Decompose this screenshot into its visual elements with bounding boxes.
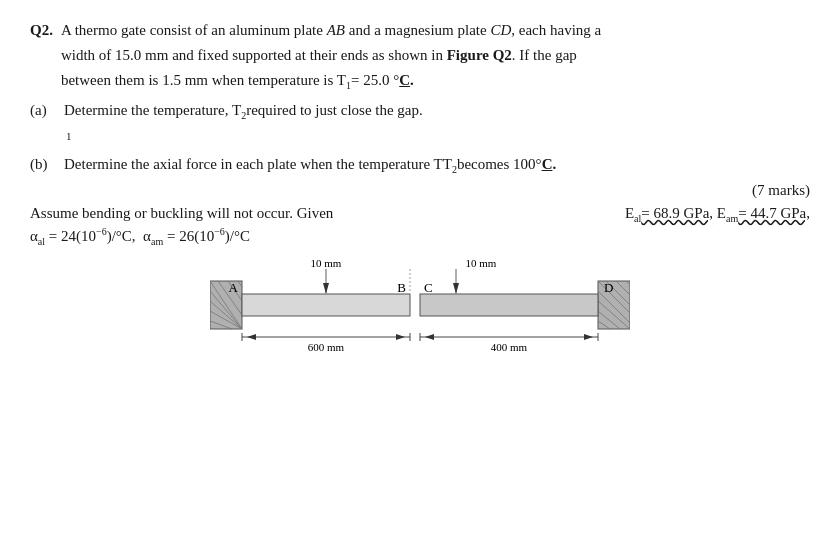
figure-ref: Figure Q2 [447,47,512,63]
alpha-val1b: )/°C, [107,228,136,244]
label-C: C [424,280,433,295]
given-values: Eal= 68.9 GPa, Eam= 44.7 GPa, [343,205,810,224]
Eal-val: = 68.9 GPa, [641,205,713,221]
marks-row: (7 marks) [30,182,810,199]
part-a-text: Determine the temperature, T [64,102,241,118]
label-A: A [229,280,239,295]
question-number: Q2. [30,18,53,94]
period1: . [410,72,414,88]
svg-marker-32 [425,334,434,340]
alpha-val2: = 26(10 [163,228,214,244]
alpha-am-sub: am [151,236,163,247]
text-line2a: width of 15.0 mm and fixed supported at … [61,47,447,63]
part-a-content: Determine the temperature, T2required to… [64,98,423,125]
figure-container: A D B C 10 mm 10 mm 600 mm [30,255,810,363]
alpha-am-symbol: α [143,228,151,244]
label-D: D [604,280,613,295]
part-a-label: (a) [30,98,58,125]
part-b-text: Determine the axial force in each plate … [64,156,443,172]
alpha-exp2: −6 [214,226,225,237]
label-B: B [397,280,406,295]
page-content: Q2. A thermo gate consist of an aluminum… [30,18,810,363]
Eam-sub: am [726,213,738,224]
svg-marker-27 [247,334,256,340]
C2-symbol: C [542,156,553,172]
svg-marker-33 [584,334,593,340]
text-line1a: A thermo gate consist of an aluminum pla… [61,22,327,38]
marks-text: (7 marks) [752,182,810,198]
part-b-content: Determine the axial force in each plate … [64,152,556,179]
dim-10mm-left: 10 mm [311,257,342,269]
question-text: A thermo gate consist of an aluminum pla… [61,18,601,94]
figure-svg: A D B C 10 mm 10 mm 600 mm [210,255,630,363]
period2: . [552,156,556,172]
Eal-label: E [625,205,634,221]
text-line1b: and a magnesium plate [345,22,490,38]
alpha-val2b: )/°C [225,228,250,244]
T1-symbol: T [337,72,346,88]
footnote-row: 1 [30,127,810,144]
C1-symbol: C [399,72,410,88]
svg-rect-19 [420,294,598,316]
assume-text: Assume bending or buckling will not occu… [30,205,333,222]
alpha-val1: = 24(10 [45,228,96,244]
text-line3b: = 25.0 ° [351,72,399,88]
svg-rect-18 [242,294,410,316]
dim-600mm: 600 mm [308,341,345,353]
question-header: Q2. A thermo gate consist of an aluminum… [30,18,810,94]
svg-marker-23 [453,283,459,294]
part-b: (b) Determine the axial force in each pl… [30,152,810,179]
part-b-text2: becomes 100° [457,156,542,172]
Eam-val: = 44.7 GPa, [738,205,810,221]
text-line1c: , each having a [511,22,601,38]
alpha-al-symbol: α [30,228,38,244]
Eam-label: E [717,205,726,221]
text-line3a: between them is 1.5 mm when temperature … [61,72,337,88]
alpha-exp1: −6 [96,226,107,237]
alpha-al-sub: al [38,236,45,247]
part-b-label: (b) [30,152,58,179]
svg-marker-28 [396,334,405,340]
dim-400mm: 400 mm [491,341,528,353]
given-row: Assume bending or buckling will not occu… [30,205,810,224]
dim-10mm-right: 10 mm [466,257,497,269]
footnote-num: 1 [66,130,72,142]
plate-AB: AB [327,22,345,38]
alpha-row: αal = 24(10−6)/°C, αam = 26(10−6)/°C [30,226,810,247]
text-line2b: . If the gap [512,47,577,63]
part-a: (a) Determine the temperature, T2require… [30,98,810,125]
svg-marker-21 [323,283,329,294]
part-a-text2: required to just close the gap. [246,102,423,118]
T2-symbol: T [443,156,452,172]
plate-CD: CD [490,22,511,38]
